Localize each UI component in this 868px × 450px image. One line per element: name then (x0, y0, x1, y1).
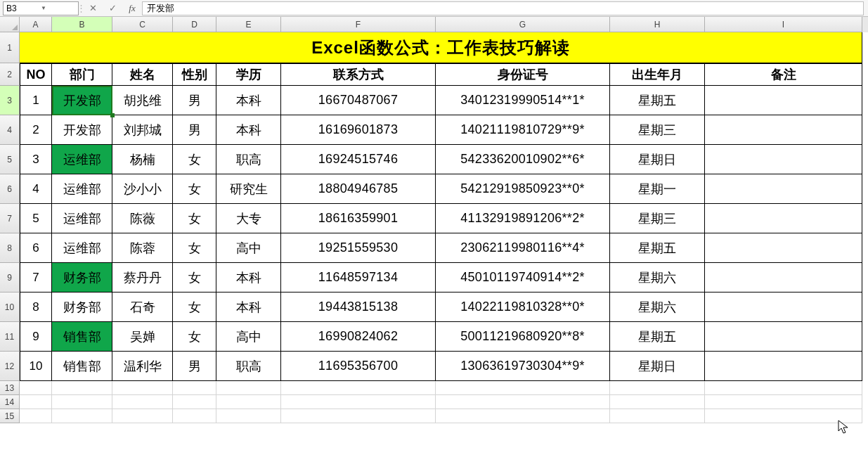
cell-dept[interactable]: 销售部 (52, 352, 112, 381)
empty-cell[interactable] (173, 381, 216, 395)
cell-no[interactable]: 6 (20, 233, 52, 263)
cell-idnum[interactable]: 45010119740914**2* (436, 263, 610, 292)
cell-gender[interactable]: 女 (173, 204, 216, 233)
cell-contact[interactable]: 11695356700 (281, 352, 436, 381)
empty-cell[interactable] (281, 409, 436, 423)
cell-name[interactable]: 胡兆维 (112, 86, 173, 115)
col-header-I[interactable]: I (705, 17, 862, 32)
cell-gender[interactable]: 男 (173, 115, 216, 145)
cell-edu[interactable]: 本科 (216, 115, 281, 145)
cell-dept[interactable]: 开发部 (52, 86, 112, 115)
col-header-H[interactable]: H (610, 17, 705, 32)
row-header-1[interactable]: 1 (0, 32, 20, 63)
fx-icon[interactable]: fx (122, 1, 142, 15)
empty-cell[interactable] (52, 409, 112, 423)
cell-remark[interactable] (705, 145, 862, 174)
cell-name[interactable]: 陈蓉 (112, 233, 173, 263)
cell-remark[interactable] (705, 292, 862, 322)
cell-birth[interactable]: 星期日 (610, 145, 705, 174)
col-header-B[interactable]: B (52, 17, 112, 32)
cell-edu[interactable]: 大专 (216, 204, 281, 233)
col-header-E[interactable]: E (216, 17, 281, 32)
empty-cell[interactable] (610, 409, 705, 423)
row-header-15[interactable]: 15 (0, 409, 20, 423)
empty-cell[interactable] (705, 381, 862, 395)
cell-gender[interactable]: 男 (173, 352, 216, 381)
cell-edu[interactable]: 本科 (216, 86, 281, 115)
empty-cell[interactable] (112, 395, 173, 409)
cell-dept[interactable]: 销售部 (52, 322, 112, 352)
empty-cell[interactable] (173, 395, 216, 409)
cell-contact[interactable]: 16169601873 (281, 115, 436, 145)
cell-contact[interactable]: 16924515746 (281, 145, 436, 174)
header-name[interactable]: 姓名 (112, 63, 173, 86)
grid[interactable]: 1Excel函数公式：工作表技巧解读2NO部门姓名性别学历联系方式身份证号出生年… (0, 32, 868, 423)
cell-dept[interactable]: 财务部 (52, 292, 112, 322)
cell-name[interactable]: 吴婵 (112, 322, 173, 352)
cell-dept[interactable]: 财务部 (52, 263, 112, 292)
cell-birth[interactable]: 星期一 (610, 174, 705, 204)
header-idnum[interactable]: 身份证号 (436, 63, 610, 86)
cell-idnum[interactable]: 13063619730304**9* (436, 352, 610, 381)
empty-cell[interactable] (610, 395, 705, 409)
cell-idnum[interactable]: 34012319990514**1* (436, 86, 610, 115)
cell-contact[interactable]: 19443815138 (281, 292, 436, 322)
cell-name[interactable]: 杨楠 (112, 145, 173, 174)
empty-cell[interactable] (52, 395, 112, 409)
cell-gender[interactable]: 女 (173, 322, 216, 352)
cell-no[interactable]: 5 (20, 204, 52, 233)
cell-dept[interactable]: 运维部 (52, 145, 112, 174)
confirm-icon[interactable]: ✓ (103, 1, 122, 15)
cell-gender[interactable]: 女 (173, 263, 216, 292)
cell-dept[interactable]: 运维部 (52, 204, 112, 233)
col-header-F[interactable]: F (281, 17, 436, 32)
cell-edu[interactable]: 高中 (216, 322, 281, 352)
cell-no[interactable]: 10 (20, 352, 52, 381)
cell-birth[interactable]: 星期五 (610, 86, 705, 115)
cell-edu[interactable]: 高中 (216, 233, 281, 263)
cell-birth[interactable]: 星期三 (610, 204, 705, 233)
empty-cell[interactable] (216, 409, 281, 423)
cell-contact[interactable]: 11648597134 (281, 263, 436, 292)
empty-cell[interactable] (20, 409, 52, 423)
header-dept[interactable]: 部门 (52, 63, 112, 86)
cell-birth[interactable]: 星期六 (610, 292, 705, 322)
cell-edu[interactable]: 职高 (216, 145, 281, 174)
cell-no[interactable]: 8 (20, 292, 52, 322)
header-no[interactable]: NO (20, 63, 52, 86)
row-header-5[interactable]: 5 (0, 145, 20, 174)
cell-dept[interactable]: 运维部 (52, 233, 112, 263)
cell-remark[interactable] (705, 233, 862, 263)
empty-cell[interactable] (436, 381, 610, 395)
empty-cell[interactable] (112, 409, 173, 423)
cell-birth[interactable]: 星期六 (610, 263, 705, 292)
cell-remark[interactable] (705, 86, 862, 115)
cell-contact[interactable]: 18616359901 (281, 204, 436, 233)
cell-gender[interactable]: 女 (173, 174, 216, 204)
cell-gender[interactable]: 女 (173, 233, 216, 263)
cell-name[interactable]: 沙小小 (112, 174, 173, 204)
dropdown-icon[interactable]: ▼ (41, 5, 75, 11)
cell-idnum[interactable]: 23062119980116**4* (436, 233, 610, 263)
header-gender[interactable]: 性别 (173, 63, 216, 86)
cell-no[interactable]: 4 (20, 174, 52, 204)
cell-no[interactable]: 7 (20, 263, 52, 292)
cell-contact[interactable]: 16670487067 (281, 86, 436, 115)
row-header-6[interactable]: 6 (0, 174, 20, 204)
cell-idnum[interactable]: 54212919850923**0* (436, 174, 610, 204)
cell-idnum[interactable]: 41132919891206**2* (436, 204, 610, 233)
cell-dept[interactable]: 开发部 (52, 115, 112, 145)
row-header-11[interactable]: 11 (0, 322, 20, 352)
empty-cell[interactable] (610, 381, 705, 395)
cell-birth[interactable]: 星期日 (610, 352, 705, 381)
empty-cell[interactable] (20, 395, 52, 409)
cell-remark[interactable] (705, 263, 862, 292)
cell-remark[interactable] (705, 174, 862, 204)
cell-name[interactable]: 陈薇 (112, 204, 173, 233)
cell-birth[interactable]: 星期五 (610, 233, 705, 263)
name-box[interactable]: B3 ▼ (3, 1, 79, 15)
cell-birth[interactable]: 星期三 (610, 115, 705, 145)
empty-cell[interactable] (52, 381, 112, 395)
empty-cell[interactable] (281, 395, 436, 409)
cell-gender[interactable]: 女 (173, 145, 216, 174)
